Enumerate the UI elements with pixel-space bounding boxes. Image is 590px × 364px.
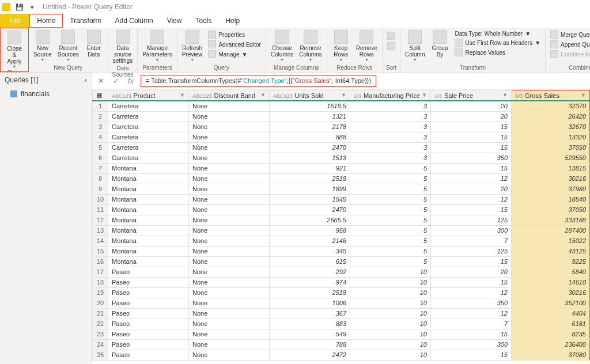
filter-icon[interactable]: ▼ <box>341 92 346 98</box>
row-index[interactable]: 20 <box>93 298 108 308</box>
cell-product[interactable]: Montana <box>108 194 189 204</box>
cell-units[interactable]: 2665.5 <box>270 215 350 225</box>
cell-discount[interactable]: None <box>189 163 270 173</box>
keep-rows-button[interactable]: Keep Rows▼ <box>330 29 353 63</box>
table-row[interactable]: 3 Carretera None 2178 3 15 32670 <box>93 122 590 132</box>
cell-mfg-price[interactable]: 10 <box>350 308 431 318</box>
cell-gross-sales[interactable]: 9225 <box>512 256 590 267</box>
cell-discount[interactable]: None <box>189 318 270 329</box>
cell-units[interactable]: 788 <box>270 339 350 350</box>
data-type-button[interactable]: Data Type: Whole Number ▼ <box>452 30 543 37</box>
cell-product[interactable]: Montana <box>108 215 189 225</box>
row-index[interactable]: 4 <box>93 132 108 142</box>
row-index[interactable]: 6 <box>93 153 108 163</box>
cell-product[interactable]: Montana <box>108 204 189 215</box>
sort-asc-button[interactable] <box>385 31 398 40</box>
cell-mfg-price[interactable]: 5 <box>350 256 431 267</box>
cell-product[interactable]: Carretera <box>108 122 189 132</box>
cell-product[interactable]: Carretera <box>108 132 189 142</box>
cell-discount[interactable]: None <box>189 194 270 204</box>
cell-units[interactable]: 888 <box>270 132 350 142</box>
cell-discount[interactable]: None <box>189 142 270 153</box>
tab-help[interactable]: Help <box>218 14 247 28</box>
table-row[interactable]: 14 Montana None 2146 5 7 15022 <box>93 236 590 246</box>
row-index[interactable]: 17 <box>93 267 108 277</box>
remove-rows-button[interactable]: Remove Rows▼ <box>354 29 380 63</box>
save-icon[interactable]: 💾 <box>14 1 25 13</box>
column-header-gross-sales[interactable]: 1²3Gross Sales▼ <box>512 90 590 101</box>
cell-mfg-price[interactable]: 5 <box>350 184 431 194</box>
cell-sale-price[interactable]: 15 <box>431 329 512 339</box>
row-index[interactable]: 1 <box>93 101 108 111</box>
row-index[interactable]: 24 <box>93 339 108 350</box>
cell-mfg-price[interactable]: 10 <box>350 277 431 287</box>
cell-gross-sales[interactable]: 352100 <box>512 298 590 308</box>
cell-mfg-price[interactable]: 10 <box>350 318 431 329</box>
row-index[interactable]: 8 <box>93 173 108 184</box>
cell-units[interactable]: 615 <box>270 256 350 267</box>
cell-mfg-price[interactable]: 5 <box>350 173 431 184</box>
cell-units[interactable]: 345 <box>270 246 350 256</box>
cell-discount[interactable]: None <box>189 339 270 350</box>
cell-discount[interactable]: None <box>189 204 270 215</box>
cell-units[interactable]: 2146 <box>270 236 350 246</box>
cell-gross-sales[interactable]: 4404 <box>512 308 590 318</box>
first-row-headers-button[interactable]: Use First Row as Headers ▼ <box>452 38 543 47</box>
cell-gross-sales[interactable]: 14610 <box>512 277 590 287</box>
split-column-button[interactable]: Split Column▼ <box>403 29 427 63</box>
cell-discount[interactable]: None <box>189 132 270 142</box>
cell-discount[interactable]: None <box>189 101 270 111</box>
qat-dropdown-icon[interactable]: ▾ <box>27 1 38 13</box>
table-row[interactable]: 20 Paseo None 1006 10 350 352100 <box>93 298 590 308</box>
table-row[interactable]: 18 Paseo None 974 10 15 14610 <box>93 277 590 287</box>
cell-sale-price[interactable]: 20 <box>431 101 512 111</box>
cell-mfg-price[interactable]: 5 <box>350 215 431 225</box>
cell-mfg-price[interactable]: 5 <box>350 225 431 236</box>
cell-mfg-price[interactable]: 10 <box>350 329 431 339</box>
table-row[interactable]: 17 Paseo None 292 10 20 5840 <box>93 267 590 277</box>
cell-sale-price[interactable]: 15 <box>431 204 512 215</box>
tab-view[interactable]: View <box>160 14 189 28</box>
table-row[interactable]: 10 Montana None 1545 5 12 18540 <box>93 194 590 204</box>
cell-mfg-price[interactable]: 5 <box>350 236 431 246</box>
combine-files-button[interactable]: Combine Files <box>548 50 590 59</box>
enter-data-button[interactable]: Enter Data <box>82 29 105 59</box>
merge-queries-button[interactable]: Merge Queries ▼ <box>548 30 590 39</box>
cell-sale-price[interactable]: 7 <box>431 236 512 246</box>
cell-gross-sales[interactable]: 6181 <box>512 318 590 329</box>
row-index[interactable]: 15 <box>93 246 108 256</box>
remove-columns-button[interactable]: Remove Columns▼ <box>297 29 324 63</box>
select-all-corner[interactable]: ▦ <box>93 90 108 101</box>
cell-discount[interactable]: None <box>189 277 270 287</box>
choose-columns-button[interactable]: Choose Columns▼ <box>268 29 296 63</box>
cell-mfg-price[interactable]: 10 <box>350 339 431 350</box>
cell-sale-price[interactable]: 15 <box>431 277 512 287</box>
row-index[interactable]: 19 <box>93 287 108 298</box>
filter-icon[interactable]: ▼ <box>422 92 427 98</box>
cell-sale-price[interactable]: 15 <box>431 142 512 153</box>
cell-product[interactable]: Carretera <box>108 142 189 153</box>
collapse-icon[interactable]: ‹ <box>85 76 87 84</box>
cell-gross-sales[interactable]: 32670 <box>512 122 590 132</box>
cell-gross-sales[interactable]: 236400 <box>512 339 590 350</box>
row-index[interactable]: 10 <box>93 194 108 204</box>
filter-icon[interactable]: ▼ <box>180 92 185 98</box>
cell-units[interactable]: 1006 <box>270 298 350 308</box>
query-item-financials[interactable]: financials <box>0 88 92 100</box>
cell-discount[interactable]: None <box>189 256 270 267</box>
cell-product[interactable]: Paseo <box>108 298 189 308</box>
cell-units[interactable]: 2470 <box>270 142 350 153</box>
fx-icon[interactable]: fx <box>126 77 136 85</box>
table-row[interactable]: 11 Montana None 2470 5 15 37050 <box>93 204 590 215</box>
cell-units[interactable]: 2518 <box>270 287 350 298</box>
tab-tools[interactable]: Tools <box>188 14 218 28</box>
cell-units[interactable]: 974 <box>270 277 350 287</box>
cell-gross-sales[interactable]: 37050 <box>512 142 590 153</box>
cell-discount[interactable]: None <box>189 287 270 298</box>
filter-icon[interactable]: ▼ <box>260 92 266 98</box>
cell-sale-price[interactable]: 350 <box>431 298 512 308</box>
cell-gross-sales[interactable]: 13815 <box>512 163 590 173</box>
table-row[interactable]: 23 Paseo None 549 10 15 8235 <box>93 329 590 339</box>
cancel-formula-icon[interactable]: ✕ <box>96 77 106 85</box>
cell-gross-sales[interactable]: 30216 <box>512 287 590 298</box>
